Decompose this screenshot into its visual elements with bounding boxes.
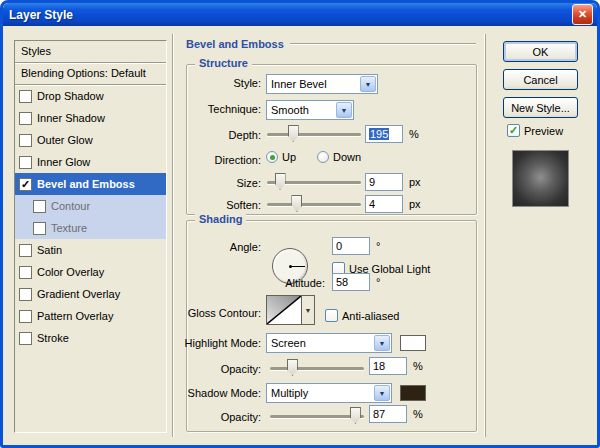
highlight-mode-select[interactable]: Screen ▼ [266,333,392,353]
sidebar-item-bevel-and-emboss[interactable]: ✓ Bevel and Emboss [15,173,166,195]
sidebar-item-label: Contour [51,200,90,212]
sidebar-item-pattern-overlay[interactable]: Pattern Overlay [15,305,166,327]
size-slider[interactable] [267,173,361,190]
sidebar-item-contour[interactable]: Contour [15,195,166,217]
contour-checkbox[interactable] [33,200,46,213]
styles-panel: Styles Blending Options: Default Drop Sh… [14,40,167,433]
preview-option[interactable]: ✓ Preview [507,124,563,137]
slider-track[interactable] [267,133,361,136]
sidebar-item-inner-glow[interactable]: Inner Glow [15,151,166,173]
slider-thumb[interactable] [287,359,298,376]
direction-down-radio[interactable] [317,151,329,163]
highlight-opacity-slider[interactable] [270,359,364,376]
angle-dial-center [289,265,292,268]
shadow-opacity-value: 87 [373,408,385,420]
sidebar-item-label: Color Overlay [37,266,104,278]
drop-shadow-checkbox[interactable] [19,90,32,103]
outer-glow-checkbox[interactable] [19,134,32,147]
direction-label: Direction: [215,154,261,166]
altitude-value: 58 [336,276,348,288]
highlight-mode-label: Highlight Mode: [185,337,261,349]
gradient-overlay-checkbox[interactable] [19,288,32,301]
angle-input[interactable]: 0 [332,237,370,255]
color-overlay-checkbox[interactable] [19,266,32,279]
shadow-opacity-slider[interactable] [270,407,364,424]
gloss-contour-label: Gloss Contour: [188,307,261,319]
sidebar-item-color-overlay[interactable]: Color Overlay [15,261,166,283]
slider-thumb[interactable] [350,407,361,424]
stroke-checkbox[interactable] [19,332,32,345]
highlight-opacity-label: Opacity: [221,363,261,375]
shadow-opacity-input[interactable]: 87 [369,405,407,423]
style-preview-thumbnail [512,150,569,207]
chevron-down-icon[interactable]: ▼ [336,102,352,118]
sidebar-item-drop-shadow[interactable]: Drop Shadow [15,85,166,107]
soften-slider[interactable] [267,195,361,212]
slider-thumb[interactable] [291,195,302,212]
angle-dial-pointer [290,266,305,267]
inner-glow-checkbox[interactable] [19,156,32,169]
sidebar-item-label: Texture [51,222,87,234]
slider-track[interactable] [270,367,364,370]
anti-aliased-option[interactable]: Anti-aliased [325,309,399,322]
highlight-mode-value: Screen [267,337,373,349]
chevron-down-icon[interactable]: ▼ [374,335,390,351]
satin-checkbox[interactable] [19,244,32,257]
angle-unit: ° [376,240,380,252]
highlight-opacity-unit: % [413,360,423,372]
chevron-down-icon[interactable]: ▼ [374,385,390,401]
pattern-overlay-checkbox[interactable] [19,310,32,323]
dialog-content: Styles Blending Options: Default Drop Sh… [3,26,597,445]
sidebar-item-inner-shadow[interactable]: Inner Shadow [15,107,166,129]
slider-thumb[interactable] [288,125,299,142]
sidebar-item-outer-glow[interactable]: Outer Glow [15,129,166,151]
page-title: Bevel and Emboss [186,38,284,50]
technique-select[interactable]: Smooth ▼ [266,100,354,120]
direction-up-radio[interactable] [266,151,278,163]
close-button[interactable]: ✕ [572,4,593,25]
new-style-button[interactable]: New Style... [503,97,578,118]
shadow-mode-select[interactable]: Multiply ▼ [266,383,392,403]
direction-up-option[interactable]: Up [266,151,296,163]
divider [290,43,476,45]
cancel-button[interactable]: Cancel [503,69,578,90]
slider-thumb[interactable] [275,173,286,190]
contour-thumbnail-icon [267,296,301,324]
anti-aliased-checkbox[interactable] [325,309,338,322]
size-unit: px [409,176,421,188]
gloss-contour-control[interactable]: ▼ [266,295,315,325]
inner-shadow-checkbox[interactable] [19,112,32,125]
sidebar-item-satin[interactable]: Satin [15,239,166,261]
size-value: 9 [369,176,375,188]
sidebar-item-gradient-overlay[interactable]: Gradient Overlay [15,283,166,305]
bevel-and-emboss-checkbox[interactable]: ✓ [19,178,32,191]
shadow-mode-value: Multiply [267,387,373,399]
shadow-color-swatch[interactable] [400,385,426,401]
soften-input[interactable]: 4 [365,195,403,213]
sidebar-item-blending-options[interactable]: Blending Options: Default [15,63,166,85]
altitude-input[interactable]: 58 [332,273,370,291]
highlight-opacity-input[interactable]: 18 [369,357,407,375]
depth-value: 195 [369,128,389,140]
depth-slider[interactable] [267,125,361,142]
chevron-down-icon[interactable]: ▼ [360,76,376,92]
sidebar-item-stroke[interactable]: Stroke [15,327,166,349]
slider-track[interactable] [267,203,361,206]
style-select[interactable]: Inner Bevel ▼ [266,74,378,94]
size-input[interactable]: 9 [365,173,403,191]
size-label: Size: [237,177,261,189]
gloss-contour-swatch[interactable] [266,295,302,325]
style-select-value: Inner Bevel [267,78,359,90]
sidebar-item-label: Stroke [37,332,69,344]
preview-checkbox[interactable]: ✓ [507,124,520,137]
ok-button[interactable]: OK [503,41,578,62]
direction-down-option[interactable]: Down [317,151,361,163]
titlebar[interactable]: Layer Style ✕ [3,3,597,26]
texture-checkbox[interactable] [33,222,46,235]
highlight-color-swatch[interactable] [400,335,426,351]
sidebar-item-label: Drop Shadow [37,90,104,102]
depth-input[interactable]: 195 [365,125,403,143]
contour-picker-arrow[interactable]: ▼ [302,295,315,325]
altitude-label: Altitude: [285,277,325,289]
sidebar-item-texture[interactable]: Texture [15,217,166,239]
